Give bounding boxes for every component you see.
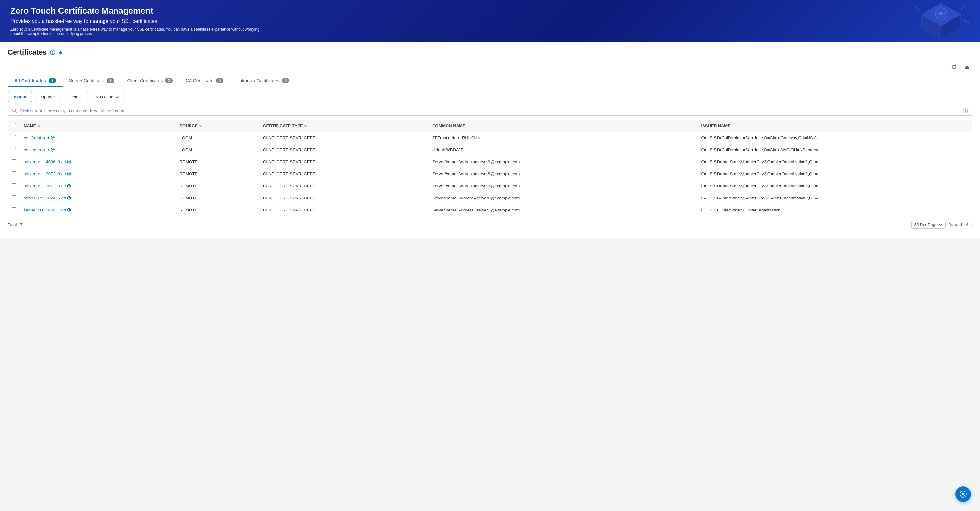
row-checkbox-3 (8, 168, 20, 180)
row-select-0[interactable] (12, 135, 16, 139)
row-name-0: ns-sftrust.cert (20, 132, 175, 144)
search-row: i (8, 106, 972, 116)
cert-name-link-2[interactable]: server_rsa_4096_9.crt (24, 160, 172, 164)
svg-text:i: i (52, 51, 53, 54)
row-common-name-4: Server3/emailAddress=server3@example.com (428, 180, 697, 192)
total-label: Total (8, 222, 17, 227)
row-common-name-6: Server1/emailAddress=server1@example.com (428, 204, 697, 216)
row-name-5: server_rsa_1024_6.crt (20, 192, 175, 204)
sort-icon-name: ⇅ (37, 125, 40, 128)
row-common-name-3: Server8/emailAddress=server8@example.com (428, 168, 697, 180)
cert-name-link-5[interactable]: server_rsa_1024_6.crt (24, 196, 172, 200)
col-cert-type[interactable]: CERTIFICATE TYPE ⇅ (259, 120, 428, 132)
no-action-dropdown[interactable]: No action (91, 92, 124, 102)
svg-point-5 (939, 12, 943, 15)
cert-link-icon-4 (67, 184, 71, 188)
search-info-icon[interactable]: i (963, 108, 968, 113)
search-icon (12, 108, 17, 113)
tab-all[interactable]: All Certificates7 (8, 75, 63, 87)
cert-name-link-3[interactable]: server_rsa_3072_8.crt (24, 171, 172, 176)
sort-icon-source: ⇅ (199, 125, 202, 128)
search-input[interactable] (20, 109, 960, 113)
row-cert-type-5: CLNT_CERT, SRVR_CERT (259, 192, 428, 204)
title-row: Certificates i Info (8, 42, 972, 61)
total-value: 7 (20, 222, 22, 227)
row-cert-type-0: CLNT_CERT, SRVR_CERT (259, 132, 428, 144)
save-icon (964, 64, 970, 70)
col-common-name: COMMON NAME (428, 120, 697, 132)
tab-ca[interactable]: CA Certificate0 (179, 75, 230, 87)
col-source[interactable]: SOURCE ⇅ (175, 120, 259, 132)
row-checkbox-4 (8, 180, 20, 192)
info-label: Info (56, 50, 64, 55)
refresh-icon (951, 64, 957, 70)
row-common-name-5: Server6/emailAddress=server6@example.com (428, 192, 697, 204)
svg-rect-13 (966, 67, 968, 69)
svg-line-8 (963, 19, 969, 23)
row-select-3[interactable] (12, 171, 16, 176)
table-row: server_rsa_3072_8.crt REMOTE CLNT_CERT, … (8, 168, 972, 180)
cert-name-link-1[interactable]: ns-server.cert (24, 147, 172, 152)
save-button[interactable] (962, 62, 972, 72)
cert-name-link-4[interactable]: server_rsa_3072_3.crt (24, 184, 172, 188)
info-icon: i (50, 50, 55, 55)
row-checkbox-0 (8, 132, 20, 144)
row-source-4: REMOTE (175, 180, 259, 192)
refresh-button[interactable] (949, 62, 959, 72)
select-all-checkbox[interactable] (12, 123, 16, 127)
svg-line-7 (961, 5, 966, 10)
banner-subtitle: Provides you a hassle-free way to manage… (10, 19, 970, 24)
table-row: server_rsa_4096_9.crt REMOTE CLNT_CERT, … (8, 156, 972, 168)
cert-link-icon-5 (67, 196, 71, 200)
row-issuer-name-3: C=US,ST=InterState2,L=InterCity2,O=Inter… (697, 168, 972, 180)
cert-name-link-6[interactable]: server_rsa_1024_1.crt (24, 208, 172, 212)
row-issuer-name-6: C=US,ST=InterState2,L=InterOrganization.… (697, 204, 972, 216)
tab-badge-client: 2 (165, 78, 173, 83)
col-name[interactable]: NAME ⇅ (20, 120, 175, 132)
row-select-4[interactable] (12, 183, 16, 187)
info-button[interactable]: i Info (50, 50, 64, 55)
cert-name-link-0[interactable]: ns-sftrust.cert (24, 136, 172, 141)
svg-point-14 (13, 109, 16, 112)
row-select-1[interactable] (12, 147, 16, 152)
tab-server[interactable]: Server Certificate7 (63, 75, 121, 87)
row-name-1: ns-server.cert (20, 144, 175, 156)
tab-label-client: Client Certificates (127, 78, 163, 83)
svg-line-6 (915, 6, 920, 11)
pagination: 25 Per Page Page 1 of 1 (911, 220, 972, 229)
tab-badge-server: 7 (107, 78, 114, 83)
per-page-chevron-icon (939, 223, 943, 227)
table-row: ns-sftrust.cert LOCAL CLNT_CERT, SRVR_CE… (8, 132, 972, 144)
row-common-name-1: default WBDAJP (428, 144, 697, 156)
per-page-select[interactable]: 25 Per Page (911, 220, 946, 229)
tab-client[interactable]: Client Certificates2 (121, 75, 179, 87)
row-source-1: LOCAL (175, 144, 259, 156)
table-body: ns-sftrust.cert LOCAL CLNT_CERT, SRVR_CE… (8, 132, 972, 216)
row-name-4: server_rsa_3072_3.crt (20, 180, 175, 192)
row-select-5[interactable] (12, 195, 16, 200)
row-select-2[interactable] (12, 159, 16, 163)
table-row: server_rsa_1024_6.crt REMOTE CLNT_CERT, … (8, 192, 972, 204)
row-issuer-name-1: C=US,ST=California,L=San Jose,O=Citrix A… (697, 144, 972, 156)
row-select-6[interactable] (12, 207, 16, 211)
row-source-0: LOCAL (175, 132, 259, 144)
col-issuer-name: ISSUER NAME (697, 120, 972, 132)
current-page: 1 (960, 222, 963, 227)
tab-badge-ca: 0 (216, 78, 224, 83)
row-name-2: server_rsa_4096_9.crt (20, 156, 175, 168)
page-label: Page (948, 222, 958, 227)
update-button[interactable]: Update (35, 92, 61, 102)
tab-label-server: Server Certificate (69, 78, 104, 83)
svg-rect-12 (966, 65, 968, 66)
row-issuer-name-4: C=US,ST=InterState2,L=InterCity2,O=Inter… (697, 180, 972, 192)
banner-graphic (876, 0, 974, 42)
sort-icon-certtype: ⇅ (304, 125, 307, 128)
delete-button[interactable]: Delete (64, 92, 88, 102)
svg-line-15 (15, 112, 17, 113)
install-button[interactable]: Install (8, 92, 32, 102)
tab-unknown[interactable]: Unknown Certificates0 (230, 75, 296, 87)
select-all-header (8, 120, 20, 132)
page-title: Certificates (8, 48, 47, 56)
per-page-label: 25 Per Page (914, 222, 937, 227)
row-cert-type-1: CLNT_CERT, SRVR_CERT (259, 144, 428, 156)
